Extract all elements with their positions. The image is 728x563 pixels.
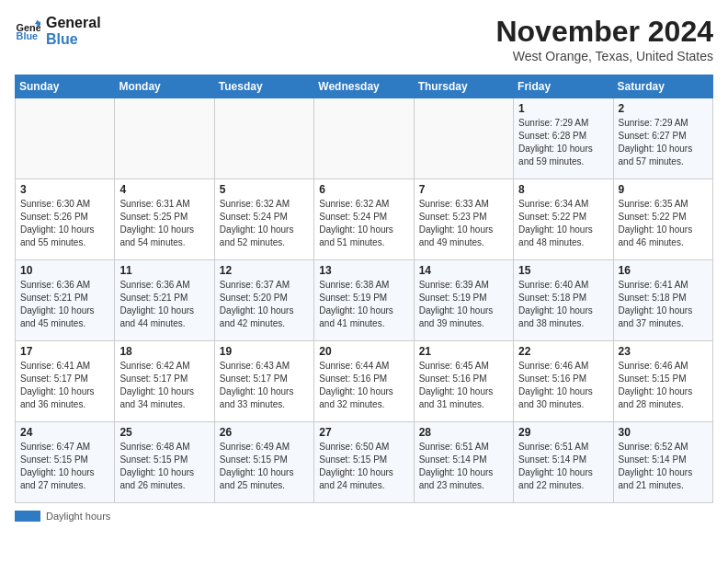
day-info: Sunrise: 6:35 AM Sunset: 5:22 PM Dayligh… (619, 198, 708, 249)
day-number: 16 (619, 264, 708, 277)
calendar-cell: 28Sunrise: 6:51 AM Sunset: 5:14 PM Dayli… (414, 422, 513, 503)
calendar-cell: 3Sunrise: 6:30 AM Sunset: 5:26 PM Daylig… (16, 179, 115, 260)
day-number: 12 (220, 264, 309, 277)
day-number: 10 (20, 264, 109, 277)
calendar-cell (16, 98, 115, 179)
legend-label: Daylight hours (46, 511, 110, 522)
day-number: 30 (619, 426, 708, 439)
day-info: Sunrise: 6:47 AM Sunset: 5:15 PM Dayligh… (20, 441, 109, 492)
calendar-cell: 16Sunrise: 6:41 AM Sunset: 5:18 PM Dayli… (613, 260, 712, 341)
day-info: Sunrise: 7:29 AM Sunset: 6:28 PM Dayligh… (518, 117, 608, 168)
day-info: Sunrise: 6:45 AM Sunset: 5:16 PM Dayligh… (419, 360, 508, 411)
day-info: Sunrise: 6:39 AM Sunset: 5:19 PM Dayligh… (419, 279, 508, 330)
day-number: 5 (220, 183, 309, 196)
day-number: 14 (419, 264, 508, 277)
day-number: 17 (20, 345, 109, 358)
day-info: Sunrise: 6:52 AM Sunset: 5:14 PM Dayligh… (619, 441, 708, 492)
weekday-header-monday: Monday (115, 75, 214, 98)
day-number: 22 (518, 345, 608, 358)
day-info: Sunrise: 6:32 AM Sunset: 5:24 PM Dayligh… (220, 198, 309, 249)
day-info: Sunrise: 6:49 AM Sunset: 5:15 PM Dayligh… (220, 441, 309, 492)
day-info: Sunrise: 6:46 AM Sunset: 5:16 PM Dayligh… (518, 360, 608, 411)
day-info: Sunrise: 6:42 AM Sunset: 5:17 PM Dayligh… (119, 360, 209, 411)
day-number: 29 (518, 426, 608, 439)
calendar-week-5: 24Sunrise: 6:47 AM Sunset: 5:15 PM Dayli… (16, 422, 713, 503)
day-number: 20 (319, 345, 408, 358)
day-number: 4 (119, 183, 209, 196)
calendar-cell: 19Sunrise: 6:43 AM Sunset: 5:17 PM Dayli… (214, 341, 313, 422)
weekday-header-friday: Friday (514, 75, 613, 98)
calendar-cell: 11Sunrise: 6:36 AM Sunset: 5:21 PM Dayli… (115, 260, 214, 341)
calendar-week-2: 3Sunrise: 6:30 AM Sunset: 5:26 PM Daylig… (16, 179, 713, 260)
day-info: Sunrise: 6:43 AM Sunset: 5:17 PM Dayligh… (220, 360, 309, 411)
calendar-table: SundayMondayTuesdayWednesdayThursdayFrid… (15, 75, 713, 503)
day-info: Sunrise: 6:41 AM Sunset: 5:18 PM Dayligh… (619, 279, 708, 330)
header: General Blue General Blue November 2024 … (15, 15, 713, 63)
day-number: 8 (518, 183, 608, 196)
location: West Orange, Texas, United States (495, 49, 713, 63)
day-info: Sunrise: 6:40 AM Sunset: 5:18 PM Dayligh… (518, 279, 608, 330)
calendar-week-4: 17Sunrise: 6:41 AM Sunset: 5:17 PM Dayli… (16, 341, 713, 422)
day-info: Sunrise: 6:44 AM Sunset: 5:16 PM Dayligh… (319, 360, 408, 411)
day-number: 15 (518, 264, 608, 277)
logo-general: General (46, 15, 101, 31)
day-number: 13 (319, 264, 408, 277)
day-info: Sunrise: 6:30 AM Sunset: 5:26 PM Dayligh… (20, 198, 109, 249)
title-block: November 2024 West Orange, Texas, United… (495, 15, 713, 63)
legend: Daylight hours (15, 511, 713, 522)
day-info: Sunrise: 6:37 AM Sunset: 5:20 PM Dayligh… (220, 279, 309, 330)
weekday-header-thursday: Thursday (414, 75, 513, 98)
weekday-header-tuesday: Tuesday (214, 75, 313, 98)
calendar-cell: 30Sunrise: 6:52 AM Sunset: 5:14 PM Dayli… (613, 422, 712, 503)
calendar-cell: 12Sunrise: 6:37 AM Sunset: 5:20 PM Dayli… (214, 260, 313, 341)
calendar-cell: 6Sunrise: 6:32 AM Sunset: 5:24 PM Daylig… (314, 179, 414, 260)
calendar-cell: 22Sunrise: 6:46 AM Sunset: 5:16 PM Dayli… (514, 341, 613, 422)
weekday-header-wednesday: Wednesday (314, 75, 414, 98)
calendar-cell: 7Sunrise: 6:33 AM Sunset: 5:23 PM Daylig… (414, 179, 513, 260)
day-number: 28 (419, 426, 508, 439)
day-info: Sunrise: 6:50 AM Sunset: 5:15 PM Dayligh… (319, 441, 408, 492)
calendar-cell: 9Sunrise: 6:35 AM Sunset: 5:22 PM Daylig… (613, 179, 712, 260)
calendar-cell: 10Sunrise: 6:36 AM Sunset: 5:21 PM Dayli… (16, 260, 115, 341)
legend-color-box (15, 511, 40, 522)
day-info: Sunrise: 6:34 AM Sunset: 5:22 PM Dayligh… (518, 198, 608, 249)
day-number: 2 (619, 102, 708, 115)
day-info: Sunrise: 6:36 AM Sunset: 5:21 PM Dayligh… (119, 279, 209, 330)
day-info: Sunrise: 6:31 AM Sunset: 5:25 PM Dayligh… (119, 198, 209, 249)
calendar-cell: 2Sunrise: 7:29 AM Sunset: 6:27 PM Daylig… (613, 98, 712, 179)
logo-blue: Blue (46, 31, 101, 48)
calendar-cell (115, 98, 214, 179)
day-info: Sunrise: 6:33 AM Sunset: 5:23 PM Dayligh… (419, 198, 508, 249)
day-info: Sunrise: 6:48 AM Sunset: 5:15 PM Dayligh… (119, 441, 209, 492)
calendar-cell: 17Sunrise: 6:41 AM Sunset: 5:17 PM Dayli… (16, 341, 115, 422)
day-number: 11 (119, 264, 209, 277)
calendar-cell: 20Sunrise: 6:44 AM Sunset: 5:16 PM Dayli… (314, 341, 414, 422)
day-info: Sunrise: 6:36 AM Sunset: 5:21 PM Dayligh… (20, 279, 109, 330)
svg-text:Blue: Blue (17, 31, 39, 42)
weekday-header-row: SundayMondayTuesdayWednesdayThursdayFrid… (16, 75, 713, 98)
day-number: 9 (619, 183, 708, 196)
day-info: Sunrise: 6:38 AM Sunset: 5:19 PM Dayligh… (319, 279, 408, 330)
calendar-cell: 27Sunrise: 6:50 AM Sunset: 5:15 PM Dayli… (314, 422, 414, 503)
day-number: 25 (119, 426, 209, 439)
day-number: 26 (220, 426, 309, 439)
calendar-cell: 14Sunrise: 6:39 AM Sunset: 5:19 PM Dayli… (414, 260, 513, 341)
day-number: 3 (20, 183, 109, 196)
calendar-cell (314, 98, 414, 179)
day-info: Sunrise: 7:29 AM Sunset: 6:27 PM Dayligh… (619, 117, 708, 168)
day-info: Sunrise: 6:32 AM Sunset: 5:24 PM Dayligh… (319, 198, 408, 249)
day-number: 6 (319, 183, 408, 196)
calendar-cell: 13Sunrise: 6:38 AM Sunset: 5:19 PM Dayli… (314, 260, 414, 341)
day-number: 23 (619, 345, 708, 358)
weekday-header-saturday: Saturday (613, 75, 712, 98)
calendar-cell: 15Sunrise: 6:40 AM Sunset: 5:18 PM Dayli… (514, 260, 613, 341)
day-number: 7 (419, 183, 508, 196)
logo: General Blue General Blue (15, 15, 101, 49)
day-info: Sunrise: 6:41 AM Sunset: 5:17 PM Dayligh… (20, 360, 109, 411)
day-number: 18 (119, 345, 209, 358)
calendar-cell: 23Sunrise: 6:46 AM Sunset: 5:15 PM Dayli… (613, 341, 712, 422)
calendar-cell: 24Sunrise: 6:47 AM Sunset: 5:15 PM Dayli… (16, 422, 115, 503)
calendar-cell (414, 98, 513, 179)
calendar-cell: 21Sunrise: 6:45 AM Sunset: 5:16 PM Dayli… (414, 341, 513, 422)
logo-icon: General Blue (15, 18, 40, 44)
